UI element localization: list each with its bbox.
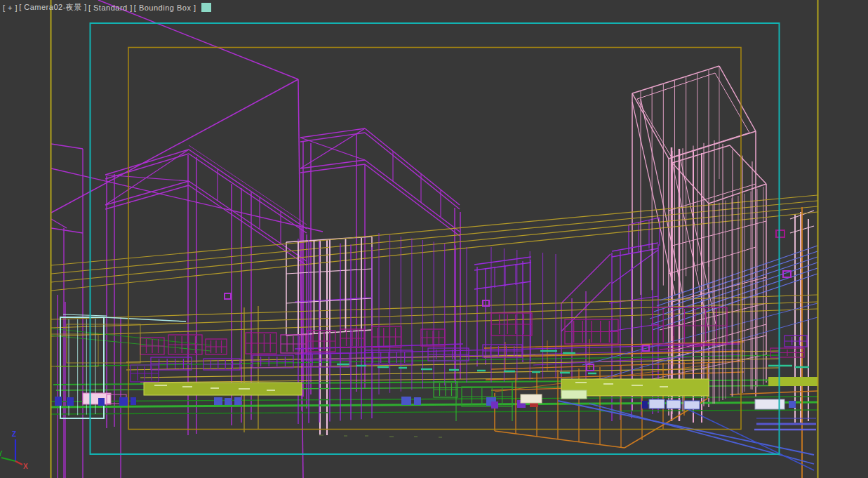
viewport-menu-display-mode[interactable]: [ Bounding Box ] [134, 4, 196, 12]
viewport-label-bar: [ + ] [ Camera02-夜景 ] [ Standard ] [ Bou… [3, 2, 211, 13]
viewport-menu-camera[interactable]: [ Camera02-夜景 ] [19, 2, 87, 13]
svg-text:Z: Z [12, 430, 16, 438]
viewport-menu-style[interactable]: [ Standard ] [88, 4, 133, 12]
viewport-color-swatch[interactable] [201, 3, 211, 12]
scene-svg[interactable]: ZYX [0, 0, 868, 478]
3d-viewport[interactable]: ZYX [ + ] [ Camera02-夜景 ] [ Standard ] [… [0, 0, 868, 478]
svg-text:Y: Y [0, 450, 3, 458]
svg-text:X: X [23, 463, 28, 470]
viewport-menu-general[interactable]: [ + ] [3, 4, 18, 12]
world-axis-tripod: ZYX [0, 430, 28, 470]
scene-geometry [41, 0, 817, 478]
